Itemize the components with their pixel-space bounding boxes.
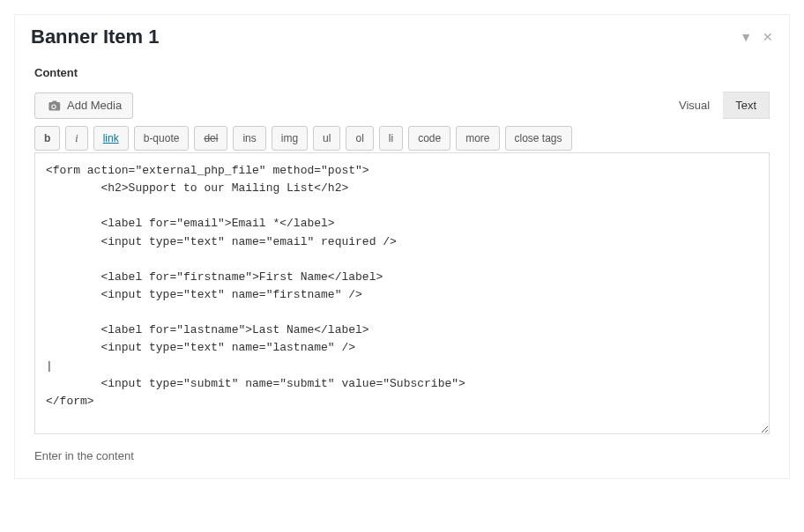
qt-img-button[interactable]: img (272, 126, 308, 151)
collapse-icon[interactable]: ▼ (740, 30, 752, 44)
quicktags-toolbar: b i link b-quote del ins img ul ol li co… (34, 126, 770, 151)
qt-italic-button[interactable]: i (65, 126, 87, 151)
qt-del-button[interactable]: del (194, 126, 227, 151)
banner-item-panel: Banner Item 1 ▼ ✕ Content Add Media Visu… (14, 14, 790, 479)
panel-actions: ▼ ✕ (740, 30, 773, 44)
media-row: Add Media Visual Text (34, 92, 770, 119)
qt-bold-button[interactable]: b (34, 126, 60, 151)
panel-body: Content Add Media Visual Text b i link b… (15, 61, 789, 478)
qt-ul-button[interactable]: ul (313, 126, 340, 151)
svg-point-0 (49, 102, 51, 104)
camera-icon (46, 99, 62, 113)
content-label: Content (34, 66, 770, 79)
tab-text[interactable]: Text (723, 92, 770, 119)
add-media-label: Add Media (67, 99, 122, 112)
qt-close-tags-button[interactable]: close tags (505, 126, 572, 151)
panel-header: Banner Item 1 ▼ ✕ (15, 15, 789, 61)
qt-more-button[interactable]: more (456, 126, 499, 151)
qt-li-button[interactable]: li (379, 126, 403, 151)
page-title: Banner Item 1 (31, 26, 160, 48)
help-text: Enter in the content (34, 449, 770, 462)
add-media-button[interactable]: Add Media (34, 92, 133, 119)
content-textarea[interactable] (34, 152, 770, 434)
qt-link-button[interactable]: link (93, 126, 129, 151)
qt-ins-button[interactable]: ins (233, 126, 265, 151)
qt-code-button[interactable]: code (408, 126, 450, 151)
editor-tabs: Visual Text (666, 92, 770, 119)
close-icon[interactable]: ✕ (763, 30, 773, 44)
tab-visual[interactable]: Visual (666, 92, 723, 119)
qt-ol-button[interactable]: ol (346, 126, 373, 151)
qt-bquote-button[interactable]: b-quote (134, 126, 190, 151)
